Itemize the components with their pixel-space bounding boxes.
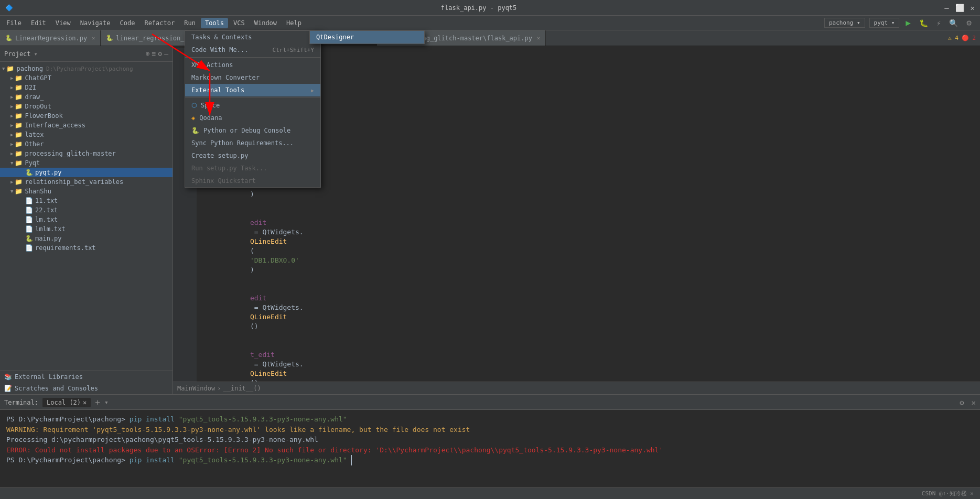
terminal-string: "pyqt5_tools-5.15.9.3.3-py3-none-any.whl… [179, 456, 347, 464]
tree-item-lmtxt[interactable]: 📄 lm.txt [0, 215, 173, 224]
menu-item-markdown[interactable]: Markdown Converter [185, 71, 320, 84]
project-dropdown[interactable]: ▾ [34, 50, 38, 58]
terminal-label: Terminal: [4, 399, 38, 406]
item-label: 11.txt [35, 197, 58, 204]
tree-item-shanshu[interactable]: ▼ 📁 ShanShu [0, 187, 173, 196]
debug-button[interactable]: 🐛 [917, 18, 930, 28]
item-label: Other [25, 140, 44, 148]
title-right[interactable]: — ⬜ ✕ [944, 4, 975, 12]
menu-item-codewithme[interactable]: Code With Me... Ctrl+Shift+Y [185, 44, 320, 56]
tree-item-11txt[interactable]: 📄 11.txt [0, 196, 173, 205]
tree-item-processing[interactable]: ▶ 📁 processing_glitch-master [0, 149, 173, 158]
tree-item-chatgpt[interactable]: ▶ 📁 ChatGPT [0, 73, 173, 83]
tree-item-other[interactable]: ▶ 📁 Other [0, 139, 173, 149]
tree-item-interface[interactable]: ▶ 📁 Interface_access [0, 121, 173, 130]
item-label: requirements.txt [35, 244, 96, 252]
item-label: Sync Python Requirements... [191, 139, 294, 147]
expand-arrow: ▶ [10, 85, 13, 90]
close-panel-icon[interactable]: — [164, 50, 168, 58]
tree-item-relationship[interactable]: ▶ 📁 relationship_bet_variables [0, 177, 173, 187]
item-label: DropOut [25, 103, 51, 110]
menu-window[interactable]: Window [250, 18, 281, 28]
terminal-tab-close[interactable]: ✕ [83, 399, 87, 406]
menu-navigate[interactable]: Navigate [76, 18, 115, 28]
tree-item-22txt[interactable]: 📄 22.txt [0, 205, 173, 215]
menu-view[interactable]: View [51, 18, 75, 28]
folder-icon: 📁 [15, 112, 23, 120]
scratches-consoles-item[interactable]: 📝 Scratches and Consoles [0, 383, 173, 394]
close-button[interactable]: ✕ [971, 4, 975, 12]
menu-item-left: ⬡ Space [191, 102, 220, 109]
terminal-line-2: WARNING: Requirement 'pyqt5_tools-5.15.9… [6, 425, 974, 435]
tree-item-lmlmtxt[interactable]: 📄 lmlm.txt [0, 224, 173, 234]
menu-tools[interactable]: Tools [201, 18, 228, 28]
tree-item-pyqt-py[interactable]: 🐍 pyqt.py [0, 168, 173, 177]
collapse-all-icon[interactable]: ≡ [152, 50, 156, 58]
menu-item-external-tools[interactable]: External Tools ▶ [185, 84, 320, 96]
menu-item-left: Run setup.py Task... [191, 165, 267, 172]
menu-help[interactable]: Help [282, 18, 306, 28]
breadcrumb-mainwindow[interactable]: MainWindow [177, 385, 215, 392]
menu-item-qodana[interactable]: ◈ Qodana [185, 112, 320, 124]
tree-item-mainpy[interactable]: 🐍 main.py [0, 234, 173, 243]
menu-item-python-console[interactable]: 🐍 Python or Debug Console [185, 124, 320, 137]
terminal-settings[interactable]: ⚙ [960, 398, 964, 407]
menu-code[interactable]: Code [116, 18, 139, 28]
scratches-icon: 📝 [4, 385, 12, 392]
terminal-close[interactable]: ✕ [972, 398, 976, 407]
tree-item-requirements[interactable]: 📄 requirements.txt [0, 243, 173, 253]
title-center: flask_api.py - pyqt5 [441, 4, 517, 12]
tree-item-pyqt[interactable]: ▼ 📁 Pyqt [0, 158, 173, 168]
minimize-button[interactable]: — [944, 4, 949, 12]
text-file-icon: 📄 [25, 207, 33, 214]
external-tools-submenu: QtDesigner [309, 30, 425, 44]
sidebar: Project ▾ ⊕ ≡ ⚙ — ▼ 📁 pachong D:\Pycharm… [0, 46, 173, 394]
add-terminal-button[interactable]: + [95, 397, 100, 407]
folder-icon: 📁 [15, 178, 23, 186]
bottom-panel: Terminal: Local (2) ✕ + ▾ ⚙ ✕ PS D:\Pych… [0, 394, 980, 499]
menu-vcs[interactable]: VCS [229, 18, 249, 28]
menu-refactor[interactable]: Refactor [140, 18, 179, 28]
terminal-path: Processing d:\pycharmproject\pachong\pyq… [6, 436, 318, 443]
menu-item-xml[interactable]: XML Actions [185, 59, 320, 71]
sidebar-actions[interactable]: ⊕ ≡ ⚙ — [146, 50, 168, 58]
submenu-item-qtdesigner[interactable]: QtDesigner [310, 31, 424, 44]
menu-run[interactable]: Run [180, 18, 200, 28]
menu-item-space[interactable]: ⬡ Space [185, 99, 320, 112]
run-button[interactable]: ▶ [903, 17, 913, 29]
project-selector[interactable]: pachong ▾ [824, 18, 865, 28]
locate-icon[interactable]: ⊕ [146, 50, 150, 58]
item-label: Code With Me... [191, 46, 248, 53]
tab-linearregression[interactable]: 🐍 LinearRegression.py ✕ [0, 30, 101, 46]
menu-item-left: Tasks & Contexts [191, 34, 252, 41]
run-config-selector[interactable]: pyqt ▾ [869, 18, 900, 28]
settings-gear[interactable]: ⚙ [964, 17, 974, 29]
menu-item-tasks[interactable]: Tasks & Contexts ▶ [185, 31, 320, 44]
folder-icon: 📁 [15, 140, 23, 148]
tree-item-latex[interactable]: ▶ 📁 latex [0, 130, 173, 139]
tree-item-pachong[interactable]: ▼ 📁 pachong D:\PycharmProject\pachong [0, 64, 173, 73]
tree-item-flowerbook[interactable]: ▶ 📁 FlowerBook [0, 111, 173, 121]
item-label: pyqt.py [35, 169, 62, 176]
tree-item-dropout[interactable]: ▶ 📁 DropOut [0, 102, 173, 111]
breadcrumb-init[interactable]: __init__() [223, 385, 261, 392]
settings-icon[interactable]: ⚙ [158, 50, 162, 58]
tree-item-draw[interactable]: ▶ 📁 draw_ [0, 92, 173, 102]
terminal-dropdown[interactable]: ▾ [104, 398, 109, 406]
item-label: Space [201, 102, 220, 109]
search-button[interactable]: 🔍 [947, 18, 960, 28]
tab-close[interactable]: ✕ [537, 35, 540, 41]
profile-button[interactable]: ⚡ [934, 18, 943, 28]
menu-item-create-setup[interactable]: Create setup.py [185, 149, 320, 162]
menu-file[interactable]: File [2, 18, 26, 28]
tab-close[interactable]: ✕ [92, 35, 95, 41]
item-label: FlowerBook [25, 112, 62, 120]
maximize-button[interactable]: ⬜ [955, 4, 964, 12]
menu-edit[interactable]: Edit [27, 18, 50, 28]
expand-arrow: ▶ [10, 123, 13, 128]
menu-item-sync-python[interactable]: Sync Python Requirements... [185, 137, 320, 149]
item-label: relationship_bet_variables [25, 178, 123, 186]
external-libraries-item[interactable]: 📚 External Libraries [0, 371, 173, 383]
terminal-tab-local[interactable]: Local (2) ✕ [42, 398, 91, 407]
tree-item-d2i[interactable]: ▶ 📁 D2I [0, 83, 173, 92]
